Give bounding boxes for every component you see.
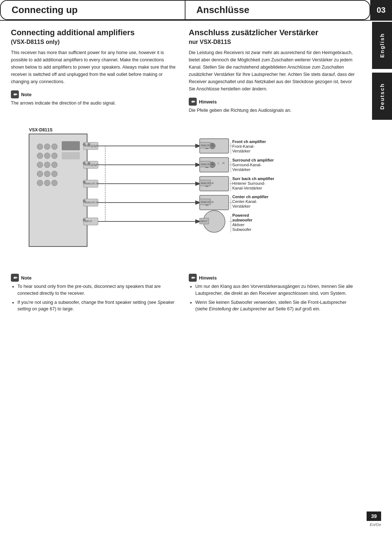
bottom-right-hinweis-box: ✏ Hinweis Um nur den Klang aus den Vorve… bbox=[189, 274, 356, 313]
svg-text:Surr back ch amplifier: Surr back ch amplifier bbox=[232, 176, 274, 181]
right-section-body: Die Leistung des Receivers ist zwar mehr… bbox=[189, 49, 356, 93]
svg-point-6 bbox=[44, 153, 50, 159]
anschlusse-tab: Anschlüsse bbox=[185, 0, 370, 20]
svg-text:ANALOG IN: ANALOG IN bbox=[201, 163, 214, 166]
right-section-subtitle: nur VSX-D811S bbox=[189, 39, 356, 45]
right-hinweis-body: Die Pfeile geben die Richtung des Audios… bbox=[189, 107, 356, 114]
page-language: En/Ge bbox=[370, 522, 381, 527]
bottom-right-hinweis: ✏ Hinweis Um nur den Klang aus den Vorve… bbox=[189, 274, 356, 316]
left-note-header: ✏ Note bbox=[11, 90, 178, 98]
bottom-right-hinweis-label: Hinweis bbox=[199, 275, 217, 281]
svg-point-7 bbox=[52, 153, 57, 159]
svg-point-33 bbox=[83, 181, 86, 184]
bottom-section: ✏ Note To hear sound only from the pre-o… bbox=[0, 274, 392, 327]
svg-text:Hinterer Surround-: Hinterer Surround- bbox=[232, 181, 265, 186]
svg-text:L: L bbox=[91, 145, 93, 148]
svg-text:Subwoofer: Subwoofer bbox=[232, 227, 252, 232]
svg-text:Surround-Kanal-: Surround-Kanal- bbox=[232, 163, 262, 167]
right-hinweis-header: ✏ Hinweis bbox=[189, 98, 356, 106]
svg-text:Kanal-Verstärker: Kanal-Verstärker bbox=[232, 186, 262, 190]
svg-text:subwoofer: subwoofer bbox=[232, 218, 253, 222]
note-icon-bottom-left: ✏ bbox=[11, 274, 19, 282]
svg-text:ANALOG IN: ANALOG IN bbox=[201, 201, 214, 203]
svg-point-21 bbox=[83, 143, 86, 146]
svg-point-5 bbox=[37, 153, 43, 159]
right-section-title: Anschluss zusätzlicher Verstärker bbox=[189, 28, 356, 37]
bottom-left-note-label: Note bbox=[21, 275, 32, 281]
svg-point-2 bbox=[37, 144, 43, 150]
svg-point-27 bbox=[83, 162, 86, 165]
right-hinweis-label: Hinweis bbox=[199, 99, 217, 105]
svg-text:VSX-D811S: VSX-D811S bbox=[29, 127, 53, 133]
svg-text:Front-Kanal-: Front-Kanal- bbox=[232, 144, 254, 148]
bottom-right-hinweis-body: Um nur den Klang aus den Vorverstärkerau… bbox=[189, 283, 356, 313]
right-hinweis-box: ✏ Hinweis Die Pfeile geben die Richtung … bbox=[189, 98, 356, 114]
bottom-right-hinweis-item-2: Wenn Sie keinen Subwoofer verwenden, ste… bbox=[195, 299, 356, 313]
svg-text:Surround ch amplifier: Surround ch amplifier bbox=[232, 158, 274, 162]
hinweis-icon-bottom-right: ✏ bbox=[189, 274, 197, 282]
svg-rect-18 bbox=[62, 152, 80, 159]
svg-point-9 bbox=[44, 162, 50, 168]
svg-text:Powered: Powered bbox=[232, 213, 249, 217]
svg-text:L: L bbox=[218, 162, 220, 165]
svg-point-14 bbox=[37, 180, 43, 186]
bottom-left-note-item-1: To hear sound only from the pre-outs, di… bbox=[17, 283, 178, 297]
svg-text:ANALOG IN: ANALOG IN bbox=[201, 182, 214, 184]
svg-point-22 bbox=[87, 143, 90, 146]
svg-text:ANALOG IN: ANALOG IN bbox=[85, 201, 98, 204]
bottom-left-note-header: ✏ Note bbox=[11, 274, 178, 282]
svg-text:Aktiver: Aktiver bbox=[232, 223, 245, 227]
svg-point-12 bbox=[44, 171, 50, 177]
connecting-up-tab: Connecting up bbox=[0, 0, 185, 20]
bottom-left-note-item-2: If you're not using a subwoofer, change … bbox=[17, 299, 178, 313]
svg-rect-17 bbox=[62, 141, 80, 150]
svg-text:R: R bbox=[222, 162, 225, 165]
svg-point-3 bbox=[44, 144, 50, 150]
svg-point-36 bbox=[83, 200, 86, 203]
diagram-section: VSX-D811S bbox=[0, 125, 392, 270]
svg-text:R: R bbox=[94, 164, 97, 167]
svg-rect-1 bbox=[29, 134, 87, 246]
svg-point-39 bbox=[83, 219, 86, 221]
svg-point-16 bbox=[52, 180, 57, 186]
english-label: English bbox=[372, 22, 392, 69]
svg-text:R: R bbox=[94, 145, 97, 148]
svg-text:INPUT: INPUT bbox=[200, 220, 208, 223]
chapter-number: 03 bbox=[370, 0, 392, 20]
svg-text:ANALOG IN: ANALOG IN bbox=[201, 144, 214, 147]
side-language-labels: English Deutsch bbox=[372, 22, 392, 120]
svg-point-4 bbox=[52, 144, 57, 150]
main-content: Connecting additional amplifiers (VSX-D8… bbox=[0, 21, 392, 125]
bottom-right-hinweis-header: ✏ Hinweis bbox=[189, 274, 356, 282]
page-number: 39 bbox=[367, 511, 381, 521]
svg-point-8 bbox=[37, 162, 43, 168]
connection-diagram: VSX-D811S bbox=[22, 125, 370, 263]
svg-point-15 bbox=[44, 180, 50, 186]
bottom-left-note-body: To hear sound only from the pre-outs, di… bbox=[11, 283, 178, 313]
page-header: Connecting up Anschlüsse 03 bbox=[0, 0, 392, 21]
deutsch-label: Deutsch bbox=[372, 73, 392, 120]
bottom-right-hinweis-item-1: Um nur den Klang aus den Vorverstärkerau… bbox=[195, 283, 356, 297]
hinweis-icon-right: ✏ bbox=[189, 98, 197, 106]
svg-point-28 bbox=[87, 162, 90, 165]
svg-text:INPUT: INPUT bbox=[85, 220, 93, 223]
svg-text:Center ch amplifier: Center ch amplifier bbox=[232, 195, 269, 199]
svg-text:Verstärker: Verstärker bbox=[232, 149, 250, 153]
bottom-left-note: ✏ Note To hear sound only from the pre-o… bbox=[11, 274, 178, 316]
svg-point-10 bbox=[52, 162, 57, 168]
svg-text:Center-Kanal-: Center-Kanal- bbox=[232, 199, 257, 204]
svg-text:Front ch amplifier: Front ch amplifier bbox=[232, 139, 266, 144]
page-footer: 39 En/Ge bbox=[367, 511, 381, 527]
bottom-left-note-box: ✏ Note To hear sound only from the pre-o… bbox=[11, 274, 178, 313]
svg-text:ANALOG IN: ANALOG IN bbox=[85, 182, 98, 185]
connecting-up-label: Connecting up bbox=[12, 4, 78, 16]
left-section-subtitle: (VSX-D811S only) bbox=[11, 39, 178, 45]
left-note-body: The arrows indicate the direction of the… bbox=[11, 100, 178, 107]
svg-text:L: L bbox=[91, 164, 93, 167]
anschlusse-label: Anschlüsse bbox=[196, 4, 249, 16]
svg-text:Verstärker: Verstärker bbox=[232, 204, 250, 208]
note-icon-left: ✏ bbox=[11, 90, 19, 98]
svg-point-13 bbox=[52, 171, 57, 177]
svg-text:Verstärker: Verstärker bbox=[232, 167, 250, 172]
svg-point-11 bbox=[37, 171, 43, 177]
